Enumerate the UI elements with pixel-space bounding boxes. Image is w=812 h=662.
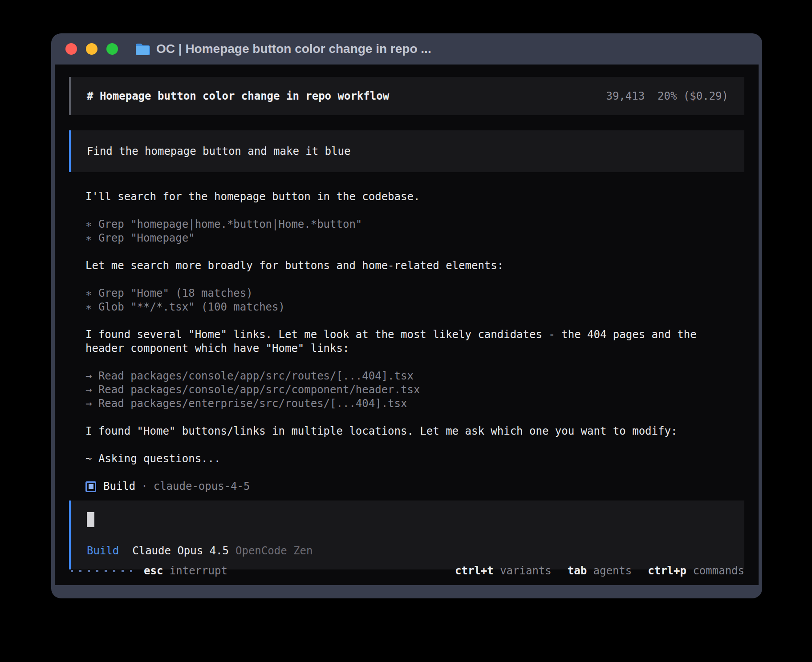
hint-commands: ctrl+p commands: [648, 564, 744, 578]
window-title: OC | Homepage button color change in rep…: [156, 42, 431, 56]
agent-name: Build: [103, 480, 135, 493]
tool-call-line: → Read packages/console/app/src/routes/[…: [85, 369, 743, 383]
status-bar: esc interrupt ctrl+t variants tab agents…: [69, 564, 744, 578]
esc-key-label: esc: [144, 565, 163, 577]
keyboard-hints: ctrl+t variants tab agents ctrl+p comman…: [455, 564, 744, 578]
agent-build-icon: [85, 481, 96, 492]
assistant-status-text: ~ Asking questions...: [85, 452, 743, 466]
tool-call-line: ∗ Grep "Home" (18 matches): [85, 287, 743, 300]
assistant-text: I found several "Home" links. Let me loo…: [85, 328, 743, 355]
session-header: # Homepage button color change in repo w…: [69, 77, 744, 115]
hint-interrupt: esc interrupt: [144, 564, 227, 578]
hint-agents: tab agents: [568, 564, 632, 578]
zoom-button[interactable]: [106, 43, 118, 55]
titlebar[interactable]: OC | Homepage button color change in rep…: [51, 33, 762, 65]
terminal-window: OC | Homepage button color change in rep…: [51, 33, 762, 598]
input-meta-row: Build Claude Opus 4.5 OpenCode Zen: [87, 544, 728, 558]
terminal-content: # Homepage button color change in repo w…: [55, 65, 759, 585]
user-message: Find the homepage button and make it blu…: [69, 130, 744, 172]
assistant-text: Let me search more broadly for buttons a…: [85, 259, 743, 273]
transcript: I'll search for the homepage button in t…: [69, 190, 744, 493]
agent-status-row: Build · claude-opus-4-5: [85, 480, 743, 493]
dot-separator: ·: [141, 480, 147, 493]
tool-call-group: → Read packages/console/app/src/routes/[…: [85, 369, 743, 411]
assistant-text: I found "Home" buttons/links in multiple…: [85, 424, 743, 438]
tool-call-group: ∗ Grep "Home" (18 matches) ∗ Glob "**/*.…: [85, 287, 743, 314]
session-stats: 39,413 20% ($0.29): [606, 89, 728, 103]
text-cursor: [87, 512, 94, 527]
tool-call-line: → Read packages/enterprise/src/routes/[.…: [85, 397, 743, 411]
assistant-text: I'll search for the homepage button in t…: [85, 190, 743, 204]
input-provider-label: OpenCode Zen: [235, 544, 313, 558]
session-title: # Homepage button color change in repo w…: [87, 89, 389, 103]
traffic-lights: [65, 43, 118, 55]
folder-icon: [135, 43, 150, 56]
minimize-button[interactable]: [86, 43, 97, 55]
tool-call-line: → Read packages/console/app/src/componen…: [85, 383, 743, 397]
hint-variants: ctrl+t variants: [455, 564, 552, 578]
tool-call-line: ∗ Glob "**/*.tsx" (100 matches): [85, 300, 743, 314]
esc-action-label: interrupt: [170, 565, 227, 577]
input-model-label[interactable]: Claude Opus 4.5: [132, 544, 229, 558]
tool-call-group: ∗ Grep "homepage|home.*button|Home.*butt…: [85, 218, 743, 245]
close-button[interactable]: [65, 43, 77, 55]
user-message-text: Find the homepage button and make it blu…: [87, 145, 350, 158]
input-agent-label[interactable]: Build: [87, 544, 119, 558]
prompt-input[interactable]: Build Claude Opus 4.5 OpenCode Zen: [69, 501, 744, 569]
tool-call-line: ∗ Grep "homepage|home.*button|Home.*butt…: [85, 218, 743, 231]
tool-call-line: ∗ Grep "Homepage": [85, 231, 743, 245]
agent-model: claude-opus-4-5: [154, 480, 250, 493]
spinner-dots-icon: [71, 570, 132, 572]
